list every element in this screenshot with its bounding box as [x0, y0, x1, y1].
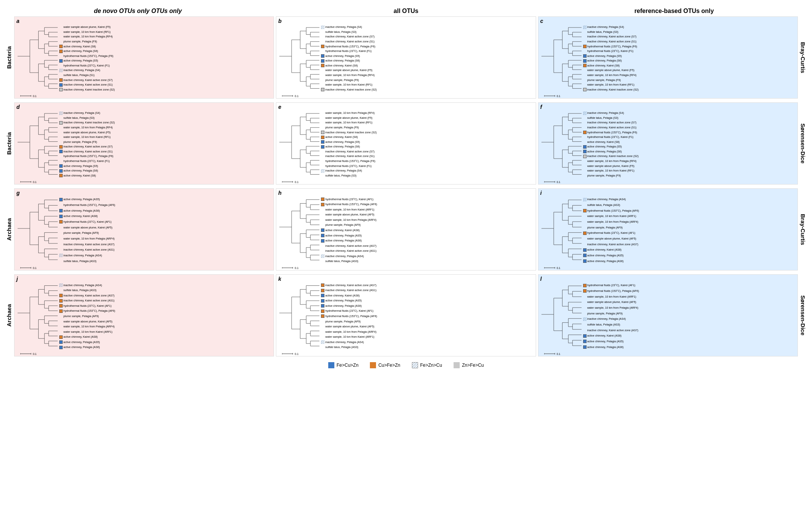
sample-label: inactive chimney, Pelagia (S4) — [325, 26, 362, 29]
row-label-bacteria-1: Bacteria — [4, 16, 14, 99]
sample-label: inactive chimney, Kairei active zone (S1… — [587, 126, 637, 129]
panel-id-a: a — [16, 18, 19, 24]
sample-label: sulfide talus, Pelagia (AS3) — [587, 204, 620, 207]
labels-f: inactive chimney, Pelagia (S4)sulfide ta… — [582, 110, 797, 178]
col-header-3: reference-based OTUs only — [540, 8, 808, 15]
sample-item-l-2: water sample, 10 km from Kairei (ARF1) — [583, 295, 797, 298]
tree-svg-c — [538, 24, 582, 92]
sample-label: hydrothermal fluids (23°C), Kairei (AF1) — [63, 304, 112, 308]
panel-h: hhydrothermal fluids (23°C), Kairei (AF1… — [276, 188, 536, 270]
labels-h: hydrothermal fluids (23°C), Kairei (AF1)… — [320, 196, 535, 264]
sample-label: water sample, 10 km from Kairei (ARF1) — [63, 330, 112, 334]
sample-label: inactive chimney, Kairei inactive zone (… — [63, 88, 115, 91]
sample-label: hydrothermal fluids (153°C), Pelagia (AF… — [63, 309, 115, 313]
sample-item-a-1: water sample, 10 km from Kairei (RF1) — [59, 30, 273, 34]
sample-item-c-9: water sample above plume, Kairei (F5) — [583, 69, 797, 72]
panel-id-f: f — [540, 104, 542, 110]
svg-rect-305 — [59, 254, 63, 257]
tree-svg-f — [538, 110, 582, 178]
labels-e: water sample, 10 km from Pelagia (RF4)wa… — [320, 110, 535, 178]
legend-label-zn-fe-cu: Zn>Fe>Cu — [462, 363, 484, 368]
sample-label: inactive chimney, Kairei active zone (S7… — [63, 145, 113, 148]
sample-item-f-9: inactive chimney, Kairei inactive zone (… — [583, 155, 797, 158]
sample-label: sulfide talus, Pelagia (S3) — [325, 174, 357, 177]
sample-item-a-10: sulfide talus, Pelagia (S1) — [59, 73, 273, 77]
labels-d: inactive chimney, Pelagia (S4)sulfide ta… — [58, 110, 274, 178]
sample-item-e-13: sulfide talus, Pelagia (S3) — [321, 174, 535, 177]
sample-label: hydrothermal fluids (153°C), Pelagia (AF… — [63, 204, 115, 207]
sample-item-e-2: water sample, 10 km from Kairei (RF1) — [321, 121, 535, 125]
sample-label: water sample above plume, Kairei (AF5) — [325, 325, 374, 328]
row-label-bray-curtis-1: Bray-Curtis — [798, 16, 808, 99]
sample-item-d-5: water sample, 10 km from Kairei (RF1) — [59, 136, 273, 139]
scale-bar-h: 0.1 — [282, 266, 298, 269]
sample-label: inactive chimney, Kairei active zone (S1… — [587, 40, 637, 43]
sample-label: water sample, 10 km from Kairei (ARF1) — [587, 215, 636, 218]
sample-label: hydrothermal fluids (153°C), Pelagia (F6… — [63, 55, 113, 58]
sample-item-k-6: hydrothermal fluids (153°C), Pelagia (AF… — [321, 314, 535, 318]
sample-label: active chimney, Pelagia (AS5) — [325, 234, 361, 237]
labels-c: inactive chimney, Pelagia (S4)sulfide ta… — [582, 24, 797, 92]
sample-label: plume sample, Pelagia (AF9) — [63, 315, 99, 318]
sample-label: sulfide talus, Pelagia (S1) — [63, 74, 95, 77]
sample-item-b-1: sulfide talus, Pelagia (S3) — [321, 30, 535, 34]
scale-bar-j: 0.1 — [20, 352, 37, 355]
sample-label: sulfide talus, Pelagia (AS3) — [63, 289, 96, 292]
panel-a: awater sample above plume, Kairei (F5)wa… — [14, 16, 274, 99]
sample-label: plume sample, Pelagia (AF9) — [325, 320, 361, 323]
sample-label: inactive chimney, Kairei inactive zone (… — [587, 88, 639, 91]
sample-label: inactive chimney, Kairei inactive zone (… — [325, 131, 377, 134]
sample-label: active chimney, Kairei (AS8) — [587, 248, 622, 251]
sample-item-l-10: active chimney, Pelagia (AS5) — [583, 340, 797, 343]
legend-box-gray — [454, 362, 460, 368]
sample-label: inactive chimney, Pelagia (S4) — [587, 26, 624, 29]
sample-label: active chimney, Pelagia (AS6) — [587, 260, 624, 263]
panel-id-c: c — [540, 18, 543, 24]
legend: Fe>Cu>Zn Cu>Fe>Zn Fe>Zn>Cu Zn>Fe>Cu — [4, 360, 808, 370]
sample-item-b-9: water sample above plume, Kairei (F5) — [321, 69, 535, 72]
panel-id-d: d — [16, 104, 20, 110]
sample-item-a-6: hydrothermal fluids (153°C), Pelagia (F6… — [59, 54, 273, 58]
sample-label: active chimney, Pelagia (AS6) — [587, 346, 624, 349]
scale-bar-f: 0.1 — [544, 180, 561, 183]
sample-label: inactive chimney, Kairei inactive zone (… — [587, 155, 639, 158]
svg-rect-386 — [583, 198, 587, 201]
sample-label: inactive chimney, Pelagia (AS4) — [325, 341, 364, 344]
sample-item-c-8: active chimney, Kairei (S8) — [583, 64, 797, 67]
sample-label: hydrothermal fluids (153°C), Pelagia (AF… — [325, 315, 377, 318]
sample-label: water sample, 10 km from Pelagia (RF4) — [325, 112, 374, 115]
sample-item-e-7: active chimney, Pelagia (S6) — [321, 145, 535, 149]
panel-b: binactive chimney, Pelagia (S4)sulfide t… — [276, 16, 536, 99]
sample-label: active chimney, Pelagia (S6) — [587, 150, 622, 153]
panels-row2: dinactive chimney, Pelagia (S4)sulfide t… — [14, 102, 798, 185]
sample-label: sulfide talus, Pelagia (S3) — [587, 31, 619, 34]
sample-label: water sample, 10 km from Kairei (RF1) — [325, 121, 372, 124]
sample-label: sulfide talus, Pelagia (AS3) — [63, 260, 96, 263]
svg-rect-86 — [321, 26, 324, 29]
sample-label: inactive chimney, Kairei active zone (AS… — [325, 249, 376, 253]
sample-item-d-7: inactive chimney, Kairei active zone (S7… — [59, 145, 273, 149]
sample-label: plume sample, Pelagia (AF9) — [325, 223, 361, 227]
col-header-2: all OTUs — [272, 8, 540, 15]
sample-item-l-9: active chimney, Kairei (AS8) — [583, 334, 797, 338]
sample-label: inactive chimney, Pelagia (AS4) — [63, 254, 102, 257]
tree-svg-j — [15, 282, 58, 350]
sample-label: water sample above plume, Kairei (F5) — [63, 131, 110, 134]
sample-item-h-3: water sample above plume, Kairei (AF5) — [321, 213, 535, 217]
sample-label: water sample above plume, Kairei (F5) — [325, 117, 372, 120]
sample-label: inactive chimney, Kairei active zone (AS… — [63, 248, 115, 251]
sample-label: water sample above plume, Kairei (AF5) — [587, 237, 636, 240]
row-label-bacteria-2: Bacteria — [4, 102, 14, 185]
sample-item-c-3: inactive chimney, Kairei active zone (S1… — [583, 40, 797, 43]
sample-item-f-12: water sample, 10 km from Kairei (RF1) — [583, 169, 797, 173]
sample-label: hydrothermal fluids (153°C), Pelagia (F6… — [587, 131, 637, 134]
sample-item-j-1: sulfide talus, Pelagia (AS3) — [59, 289, 273, 292]
panels-row3: gactive chimney, Pelagia (AS5)hydrotherm… — [14, 188, 798, 270]
sample-item-e-6: active chimney, Pelagia (S5) — [321, 140, 535, 144]
sample-item-h-5: plume sample, Pelagia (AF9) — [321, 223, 535, 227]
sample-label: water sample above plume, Kairei (AF5) — [63, 320, 112, 323]
sample-item-f-11: water sample above plume, Kairei (F5) — [583, 164, 797, 168]
sample-label: water sample, 10 km from Kairei (ARF1) — [325, 208, 374, 211]
sample-label: active chimney, Pelagia (AS5) — [587, 254, 624, 257]
labels-g: active chimney, Pelagia (AS5)hydrotherma… — [58, 196, 274, 264]
